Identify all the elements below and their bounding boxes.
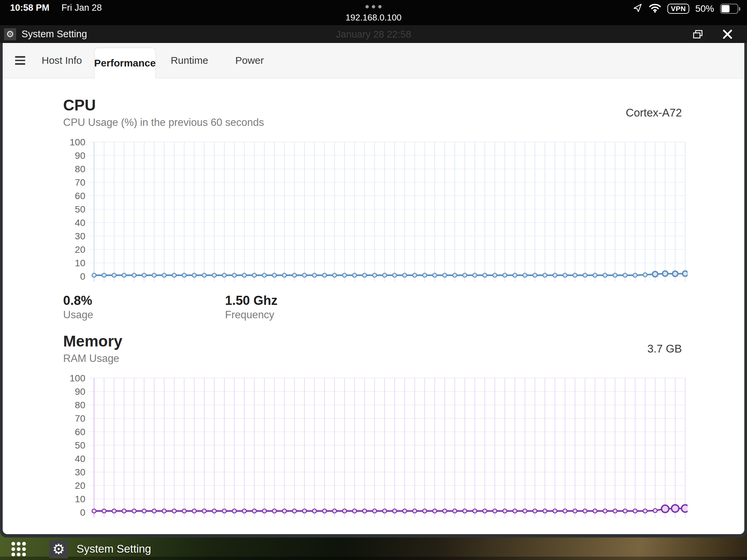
- taskbar: ⚙ System Setting: [0, 538, 747, 560]
- svg-text:10: 10: [75, 258, 85, 268]
- svg-text:100: 100: [70, 373, 85, 383]
- tab-runtime[interactable]: Runtime: [156, 43, 223, 78]
- taskbar-app-label[interactable]: System Setting: [77, 542, 151, 555]
- svg-text:30: 30: [75, 231, 85, 241]
- svg-text:80: 80: [75, 164, 85, 174]
- app-gear-icon: ⚙: [4, 28, 16, 40]
- memory-section-head: Memory RAM Usage 3.7 GB: [63, 332, 744, 365]
- ip-address: 192.168.0.100: [345, 12, 402, 23]
- memory-usage-chart: 0102030405060708090100: [63, 373, 688, 524]
- titlebar-clock: January 28 22:58: [336, 29, 411, 39]
- tab-host-info[interactable]: Host Info: [30, 43, 94, 78]
- svg-text:20: 20: [75, 480, 85, 491]
- window-titlebar: ⚙ System Setting January 28 22:58: [0, 25, 747, 43]
- svg-text:90: 90: [75, 151, 85, 161]
- svg-text:50: 50: [75, 440, 85, 451]
- restore-button[interactable]: [693, 30, 703, 39]
- status-bar: 10:58 PM Fri Jan 28 192.168.0.100 VPN 50…: [0, 0, 747, 25]
- memory-total-label: 3.7 GB: [647, 342, 682, 355]
- menu-hamburger-icon[interactable]: [11, 43, 30, 78]
- stat-label: Usage: [63, 309, 225, 321]
- svg-text:60: 60: [75, 191, 85, 201]
- svg-text:70: 70: [75, 413, 85, 424]
- cpu-stat-frequency: 1.50 GhzFrequency: [225, 293, 387, 321]
- battery-icon: [720, 4, 740, 14]
- svg-text:90: 90: [75, 386, 85, 397]
- tab-power[interactable]: Power: [223, 43, 276, 78]
- svg-text:80: 80: [75, 400, 85, 410]
- svg-text:40: 40: [75, 218, 85, 228]
- svg-text:50: 50: [75, 204, 85, 215]
- app-window: Host InfoPerformanceRuntimePower CPU CPU…: [0, 43, 747, 537]
- stat-value: 0.8%: [63, 293, 225, 309]
- tab-bar: Host InfoPerformanceRuntimePower: [3, 43, 744, 78]
- status-date: Fri Jan 28: [61, 3, 102, 12]
- stat-value: 1.50 Ghz: [225, 293, 387, 309]
- wifi-icon: [649, 3, 661, 15]
- stat-label: Frequency: [225, 309, 387, 321]
- cpu-usage-chart: 0102030405060708090100: [63, 137, 688, 288]
- close-button[interactable]: [722, 29, 733, 39]
- battery-percent: 50%: [695, 3, 714, 14]
- svg-text:30: 30: [75, 467, 85, 477]
- vpn-badge: VPN: [667, 4, 689, 14]
- memory-subtitle: RAM Usage: [63, 352, 744, 365]
- svg-text:70: 70: [75, 177, 85, 188]
- tab-performance[interactable]: Performance: [94, 48, 156, 78]
- window-content: Host InfoPerformanceRuntimePower CPU CPU…: [3, 43, 744, 534]
- app-launcher-grid-icon[interactable]: [11, 542, 26, 556]
- cpu-stat-usage: 0.8%Usage: [63, 293, 225, 321]
- cpu-section-head: CPU CPU Usage (%) in the previous 60 sec…: [63, 96, 744, 129]
- svg-text:100: 100: [70, 137, 85, 148]
- ellipsis-dots-icon: [365, 5, 382, 8]
- performance-panel: CPU CPU Usage (%) in the previous 60 sec…: [3, 78, 744, 524]
- taskbar-gear-icon[interactable]: ⚙: [49, 540, 68, 558]
- svg-text:40: 40: [75, 454, 85, 464]
- memory-title: Memory: [63, 332, 744, 350]
- svg-text:0: 0: [80, 271, 85, 282]
- window-title: System Setting: [22, 29, 87, 39]
- svg-text:10: 10: [75, 494, 85, 504]
- svg-text:0: 0: [80, 507, 85, 518]
- status-time: 10:58 PM: [10, 3, 49, 12]
- cpu-stats-row: 0.8%Usage1.50 GhzFrequency: [63, 293, 744, 321]
- location-arrow-icon: [633, 3, 643, 15]
- cpu-model-label: Cortex-A72: [626, 106, 682, 119]
- svg-text:20: 20: [75, 244, 85, 255]
- svg-text:60: 60: [75, 427, 85, 437]
